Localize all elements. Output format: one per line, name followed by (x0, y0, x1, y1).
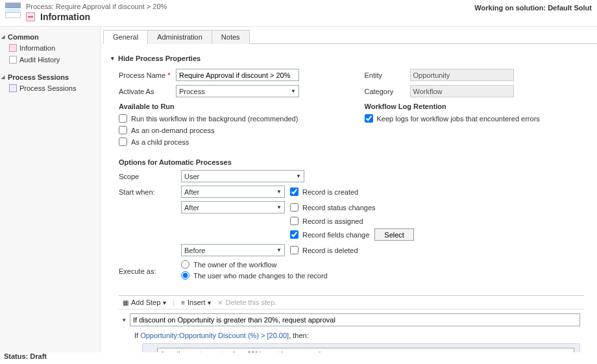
run-in-background-checkbox[interactable]: Run this workflow in the background (rec… (119, 114, 339, 123)
add-step-icon: ▦ (123, 299, 128, 306)
section-title: Hide Process Properties (118, 55, 201, 62)
record-fields-change-checkbox[interactable]: Record fields change (290, 230, 369, 239)
solution-context: Working on solution: Default Solut (474, 3, 592, 12)
scope-label: Scope (119, 173, 176, 180)
substep-description-input[interactable] (157, 348, 574, 352)
scope-select[interactable]: User ▼ (181, 170, 304, 182)
sidebar-group-common[interactable]: Common (0, 30, 100, 42)
checkbox-input[interactable] (119, 114, 127, 123)
sidebar: Common Information Audit History Process… (0, 27, 101, 352)
chevron-down-icon: ▼ (296, 173, 301, 179)
radio-input[interactable] (181, 260, 189, 269)
checkbox-input[interactable] (290, 246, 298, 254)
checkbox-input[interactable] (290, 203, 298, 212)
start-when-label: Start when: (119, 188, 176, 196)
tab-administration[interactable]: Administration (147, 30, 212, 44)
radio-label: The user who made changes to the record (193, 272, 328, 280)
separator: | (173, 298, 175, 306)
chevron-down-icon: ▾ (208, 299, 211, 306)
select-value: After (184, 204, 199, 212)
button-label: Add Step (131, 298, 160, 306)
button-label: Delete this step. (225, 298, 276, 306)
checkbox-label: As a child process (131, 138, 189, 146)
chevron-down-icon: ▼ (276, 189, 282, 195)
keep-logs-checkbox[interactable]: Keep logs for workflow jobs that encount… (365, 114, 585, 123)
tab-notes[interactable]: Notes (212, 30, 250, 44)
activate-as-select[interactable]: Process ▼ (176, 85, 299, 97)
checkbox-label: As an on-demand process (131, 127, 214, 134)
record-assigned-checkbox[interactable]: Record is assigned (290, 217, 363, 225)
sidebar-item-label: Audit History (19, 56, 60, 64)
category-value: Workflow (410, 85, 514, 97)
checkbox-input[interactable] (290, 217, 298, 225)
checkbox-label: Record status changes (302, 204, 376, 212)
checkbox-input[interactable] (119, 138, 127, 146)
tab-general[interactable]: General (103, 30, 148, 44)
workflow-retention-heading: Workflow Log Retention (365, 103, 585, 110)
section-toggle-process-properties[interactable]: Hide Process Properties (111, 55, 584, 62)
checkbox-label: Run this workflow in the background (rec… (131, 115, 298, 123)
process-name-label: Process Name (119, 71, 176, 79)
page-title-text: Information (40, 12, 90, 22)
chevron-down-icon: ▾ (163, 299, 166, 306)
information-icon (9, 44, 17, 52)
on-demand-checkbox[interactable]: As an on-demand process (119, 126, 339, 134)
execute-owner-radio[interactable]: The owner of the workflow (181, 260, 328, 269)
child-process-checkbox[interactable]: As a child process (119, 138, 339, 146)
checkbox-label: Record is assigned (302, 217, 363, 225)
condition-link[interactable]: Opportunity:Opportunity Discount (%) > [… (140, 332, 289, 339)
checkbox-input[interactable] (290, 188, 298, 196)
page-title: Information (26, 12, 167, 22)
if-keyword: If (134, 332, 138, 339)
delete-step-button: ✕ Delete this step. (217, 298, 276, 306)
select-value: Process (179, 88, 205, 95)
checkbox-label: Keep logs for workflow jobs that encount… (377, 115, 540, 123)
automatic-options-heading: Options for Automatic Processes (119, 158, 584, 166)
step-description-input[interactable] (130, 313, 580, 326)
checkbox-input[interactable] (290, 230, 298, 239)
breadcrumb: Process: Require Approval if discount > … (26, 3, 167, 10)
sidebar-item-audit-history[interactable]: Audit History (0, 54, 100, 66)
checkbox-label: Record is deleted (302, 247, 358, 254)
start-after-select-1[interactable]: After ▼ (181, 186, 285, 198)
process-name-input[interactable] (176, 69, 299, 81)
sidebar-item-process-sessions[interactable]: Process Sessions (0, 82, 100, 94)
chevron-down-icon: ▼ (276, 204, 282, 210)
record-status-checkbox[interactable]: Record status changes (290, 203, 376, 212)
record-deleted-checkbox[interactable]: Record is deleted (290, 246, 358, 254)
sidebar-item-label: Process Sessions (19, 84, 76, 92)
sessions-icon (9, 84, 17, 92)
button-label: Insert (188, 298, 206, 306)
select-fields-button[interactable]: Select (374, 228, 414, 241)
start-after-select-2[interactable]: After ▼ (181, 201, 285, 213)
condition-line: If Opportunity:Opportunity Discount (%) … (134, 332, 580, 339)
start-before-select[interactable]: Before ▼ (181, 244, 285, 256)
checkbox-input[interactable] (119, 126, 127, 134)
audit-icon (9, 56, 17, 64)
entity-value: Opportunity (410, 69, 514, 81)
delete-icon: ✕ (217, 299, 223, 306)
insert-icon: ≡ (181, 299, 185, 306)
chevron-down-icon: ▼ (276, 247, 282, 253)
select-value: After (184, 188, 199, 196)
steps-toolbar: ▦ Add Step ▾ | ≡ Insert ▾ ✕ Delete this … (119, 296, 584, 309)
information-icon (26, 12, 35, 21)
radio-input[interactable] (181, 271, 189, 280)
execute-user-radio[interactable]: The user who made changes to the record (181, 271, 328, 280)
checkbox-label: Record is created (302, 188, 358, 196)
checkbox-label: Record fields change (302, 231, 369, 239)
substep-container: Action Approval Process ▼ Set Properties (142, 343, 580, 352)
checkbox-input[interactable] (365, 114, 373, 123)
radio-label: The owner of the workflow (193, 261, 276, 269)
category-label: Category (365, 88, 410, 95)
status-text: Status: Draft (4, 352, 47, 360)
chevron-down-icon: ▼ (291, 88, 296, 94)
insert-button[interactable]: ≡ Insert ▾ (181, 298, 211, 306)
process-icon (5, 3, 21, 18)
sidebar-item-information[interactable]: Information (0, 42, 100, 54)
collapse-toggle-icon[interactable]: ▾ (123, 317, 126, 323)
add-step-button[interactable]: ▦ Add Step ▾ (123, 298, 166, 306)
select-value: Before (184, 247, 205, 254)
record-created-checkbox[interactable]: Record is created (290, 188, 358, 196)
sidebar-group-process-sessions[interactable]: Process Sessions (0, 71, 100, 82)
